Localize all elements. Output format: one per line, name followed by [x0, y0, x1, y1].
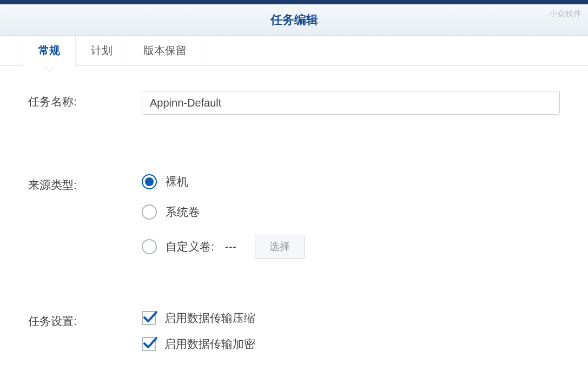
radio-label-bare-metal: 裸机	[166, 174, 188, 189]
radio-custom-volume[interactable]	[142, 239, 157, 254]
checkbox-item-encryption[interactable]: 启用数据传输加密	[142, 336, 560, 352]
task-settings-control: 启用数据传输压缩 启用数据传输加密	[142, 310, 560, 352]
checkbox-label-encryption: 启用数据传输加密	[164, 336, 255, 352]
radio-item-bare-metal[interactable]: 裸机	[142, 174, 560, 189]
tab-general[interactable]: 常规	[23, 36, 76, 66]
dialog-title: 任务编辑	[270, 12, 318, 28]
custom-volume-value: ---	[225, 240, 236, 253]
top-bar	[0, 0, 588, 4]
checkbox-label-compression: 启用数据传输压缩	[164, 310, 255, 326]
task-settings-label: 任务设置:	[28, 310, 142, 329]
checkbox-item-compression[interactable]: 启用数据传输压缩	[142, 310, 560, 326]
radio-bare-metal[interactable]	[142, 174, 157, 189]
task-name-row: 任务名称:	[28, 91, 560, 115]
tab-schedule[interactable]: 计划	[76, 36, 128, 65]
checkbox-group: 启用数据传输压缩 启用数据传输加密	[142, 310, 560, 352]
task-name-input[interactable]	[142, 91, 560, 115]
content-area: 任务名称: 来源类型: 裸机 系统卷 自定义卷: ---	[0, 66, 588, 377]
checkmark-icon	[143, 336, 158, 351]
checkmark-icon	[143, 310, 158, 325]
radio-item-system-volume[interactable]: 系统卷	[142, 204, 560, 220]
source-type-row: 来源类型: 裸机 系统卷 自定义卷: --- 选择	[28, 174, 560, 259]
task-name-label: 任务名称:	[28, 91, 142, 109]
radio-system-volume[interactable]	[142, 204, 157, 220]
checkbox-encryption[interactable]	[142, 337, 156, 351]
source-radio-group: 裸机 系统卷 自定义卷: --- 选择	[142, 174, 560, 259]
source-type-label: 来源类型:	[28, 174, 142, 193]
source-type-control: 裸机 系统卷 自定义卷: --- 选择	[142, 174, 560, 259]
watermark-text: 小众软件	[549, 9, 582, 19]
radio-item-custom-volume[interactable]: 自定义卷: --- 选择	[142, 235, 560, 259]
radio-label-custom-volume: 自定义卷:	[166, 239, 214, 254]
tab-retention[interactable]: 版本保留	[128, 36, 202, 65]
task-settings-row: 任务设置: 启用数据传输压缩	[28, 310, 560, 352]
select-volume-button[interactable]: 选择	[255, 235, 305, 259]
task-name-control	[142, 91, 560, 115]
checkbox-compression[interactable]	[142, 311, 156, 325]
tab-bar: 常规 计划 版本保留	[0, 36, 588, 66]
radio-label-system-volume: 系统卷	[166, 204, 200, 220]
title-bar: 任务编辑 小众软件	[0, 4, 588, 36]
